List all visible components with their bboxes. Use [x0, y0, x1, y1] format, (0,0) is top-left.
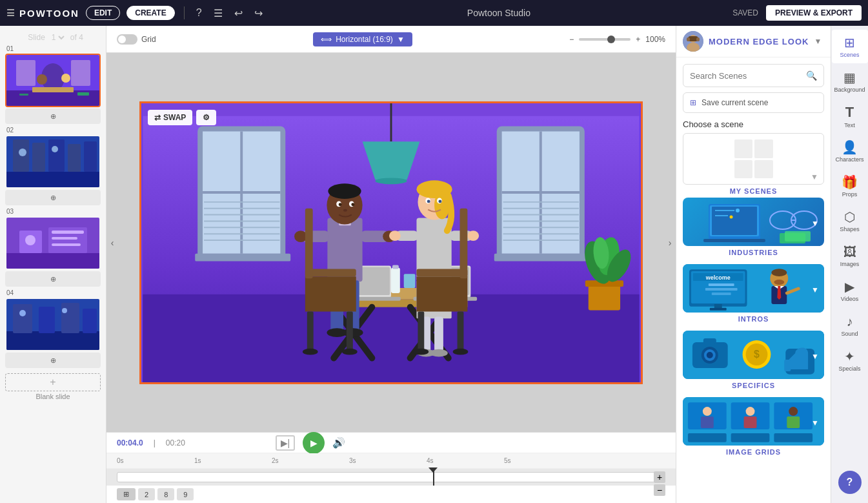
- specifics-label: SPECIFICS: [683, 379, 824, 392]
- svg-point-189: [703, 407, 712, 416]
- svg-point-7: [61, 74, 70, 83]
- svg-rect-26: [52, 243, 81, 246]
- panel-item-background[interactable]: ▦ Background: [832, 65, 868, 98]
- my-scenes-preview[interactable]: ▼: [683, 133, 824, 185]
- svg-rect-25: [52, 237, 77, 240]
- slide-preview-3: [6, 218, 99, 269]
- intros-category: welcome: [683, 264, 824, 325]
- slide-item-2[interactable]: 02 ⊕: [5, 127, 101, 205]
- ruler-3s: 3s: [349, 457, 356, 464]
- help-button[interactable]: ?: [194, 5, 205, 21]
- image-grids-label: IMAGE GRIDS: [683, 446, 824, 458]
- timeline-playhead[interactable]: [433, 469, 434, 486]
- volume-button[interactable]: 🔊: [332, 436, 345, 449]
- timeline-track[interactable]: [117, 472, 665, 482]
- studio-title: Powtoon Studio: [272, 8, 727, 18]
- add-slide-button[interactable]: +: [5, 373, 101, 391]
- grid-toggle[interactable]: Grid: [117, 34, 156, 45]
- ruler-4s: 4s: [427, 457, 434, 464]
- specifics-card[interactable]: $ ▼: [683, 331, 824, 379]
- timeline-zoom-out[interactable]: −: [654, 484, 665, 496]
- svg-point-34: [62, 308, 67, 313]
- svg-rect-3: [71, 60, 90, 86]
- panel-item-characters[interactable]: 👤 Characters: [832, 134, 868, 168]
- grid-switch[interactable]: [117, 34, 137, 45]
- svg-rect-74: [391, 267, 400, 293]
- slide-duplicate-2[interactable]: ⊕: [5, 190, 101, 205]
- slide-duplicate-4[interactable]: ⊕: [5, 353, 101, 368]
- slide-duplicate-1[interactable]: ⊕: [5, 108, 101, 124]
- save-scene-button[interactable]: ⊞ Save current scene: [683, 92, 824, 113]
- preview-export-button[interactable]: PREVIEW & EXPORT: [766, 5, 862, 21]
- svg-point-132: [414, 348, 429, 354]
- svg-rect-159: [705, 288, 738, 291]
- svg-rect-8: [19, 94, 28, 96]
- svg-rect-5: [32, 87, 74, 92]
- collapse-left-button[interactable]: ‹: [106, 53, 118, 432]
- ruler-0s: 0s: [117, 457, 124, 464]
- timeline-segment-8[interactable]: 8: [157, 488, 174, 500]
- panel-item-videos[interactable]: ▶ Videos: [832, 274, 868, 307]
- slide-item-4[interactable]: 04 ⊕: [5, 289, 101, 368]
- zoom-slider[interactable]: [579, 38, 631, 41]
- slide-thumb-2[interactable]: [5, 135, 101, 189]
- slide-number-select[interactable]: 1: [49, 32, 66, 43]
- scene-search-input[interactable]: [690, 71, 802, 81]
- timeline-header: 00:04.0 | 00:20 ▶| ▶ 🔊: [106, 433, 676, 453]
- collapse-right-button[interactable]: ›: [664, 53, 676, 432]
- svg-point-33: [19, 310, 26, 316]
- slide-item-3[interactable]: 03 ⊕: [5, 208, 101, 287]
- panel-item-images[interactable]: 🖼 Images: [832, 239, 868, 272]
- svg-point-116: [427, 200, 430, 203]
- svg-rect-37: [143, 294, 639, 382]
- slide-thumb-3[interactable]: [5, 216, 101, 270]
- timeline-zoom-in[interactable]: +: [654, 471, 665, 483]
- loop-play-button[interactable]: ▶|: [276, 435, 296, 451]
- blank-slide-item[interactable]: + Blank slide: [5, 371, 101, 400]
- hamburger-icon[interactable]: ☰: [6, 8, 15, 18]
- profile-bar: MODERN EDGE LOOK ▼: [676, 26, 831, 57]
- timeline-segment-9[interactable]: 9: [177, 488, 194, 500]
- right-panel: MODERN EDGE LOOK ▼ 🔍 ⊞ Save current scen…: [676, 26, 831, 503]
- panel-item-text[interactable]: T Text: [832, 99, 868, 133]
- zoom-plus[interactable]: +: [636, 35, 640, 44]
- intros-card[interactable]: welcome: [683, 264, 824, 313]
- redo-button[interactable]: ↪: [252, 5, 265, 22]
- slide-thumb-1[interactable]: [5, 54, 101, 107]
- panel-item-shapes[interactable]: ⬡ Shapes: [832, 204, 868, 238]
- svg-rect-139: [696, 37, 700, 41]
- slide-thumb-4[interactable]: [5, 298, 101, 351]
- timeline-segment-2[interactable]: 2: [138, 488, 155, 500]
- panel-item-specials[interactable]: ✦ Specials: [832, 344, 868, 377]
- profile-dropdown-icon[interactable]: ▼: [814, 37, 822, 46]
- undo-button[interactable]: ↩: [232, 5, 245, 22]
- svg-point-191: [746, 407, 755, 416]
- svg-rect-107: [347, 311, 353, 349]
- svg-rect-106: [307, 311, 314, 349]
- industries-card[interactable]: ▼: [683, 198, 824, 246]
- svg-rect-160: [712, 293, 731, 295]
- timeline-segment-icon[interactable]: ⊞: [117, 488, 136, 500]
- zoom-minus[interactable]: −: [569, 35, 574, 44]
- slide-duplicate-3[interactable]: ⊕: [5, 271, 101, 287]
- template-button[interactable]: ☰: [211, 5, 225, 22]
- panel-item-scenes[interactable]: ⊞ Scenes: [832, 30, 868, 63]
- industries-preview: [683, 198, 824, 246]
- my-scenes-arrow: ▼: [811, 172, 818, 181]
- help-circle-button[interactable]: ?: [838, 471, 862, 494]
- swap-button[interactable]: ⇄ SWAP: [148, 110, 192, 125]
- create-button[interactable]: CREATE: [126, 6, 174, 20]
- image-grids-card[interactable]: ▼: [683, 397, 824, 446]
- aspect-ratio-button[interactable]: ⟺ Horizontal (16:9) ▼: [313, 32, 412, 46]
- panel-item-sound[interactable]: ♪ Sound: [832, 309, 868, 342]
- slide-item-1[interactable]: 01 ⊕: [5, 45, 101, 124]
- edit-button[interactable]: EDIT: [86, 6, 120, 20]
- svg-rect-129: [460, 208, 468, 278]
- zoom-slider-thumb[interactable]: [607, 36, 615, 43]
- svg-point-17: [19, 149, 26, 156]
- canvas-center-controls: ⟺ Horizontal (16:9) ▼: [164, 32, 562, 46]
- settings-button[interactable]: ⚙: [196, 110, 216, 125]
- blank-slide-label: Blank slide: [5, 393, 101, 400]
- panel-item-props[interactable]: 🎁 Props: [832, 169, 868, 203]
- play-button[interactable]: ▶: [303, 432, 325, 454]
